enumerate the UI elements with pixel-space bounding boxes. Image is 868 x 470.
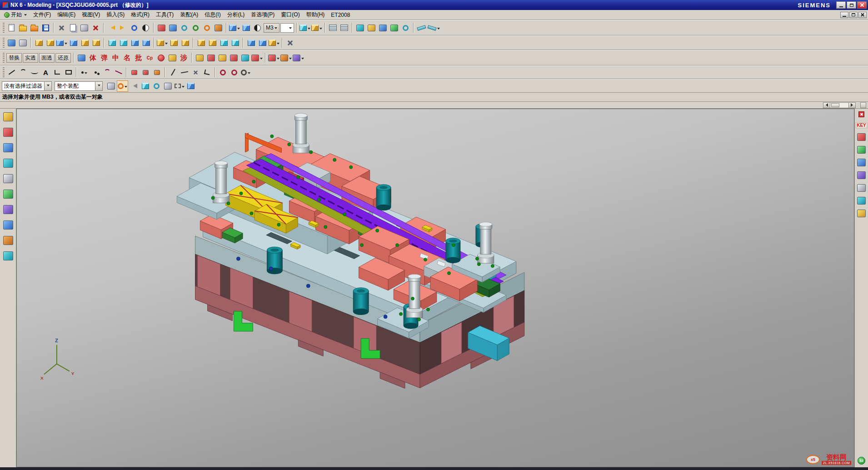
solid-translucency-button[interactable]: 实透	[23, 53, 38, 63]
checklist-icon[interactable]	[3, 190, 13, 199]
combo-arrow-button[interactable]	[95, 82, 102, 90]
child-minimize-button[interactable]	[840, 12, 848, 18]
hole-button[interactable]	[106, 37, 118, 49]
sketch-angle-button[interactable]	[201, 67, 213, 78]
pie-analysis-icon[interactable]	[3, 159, 13, 168]
find-button[interactable]	[140, 22, 151, 34]
datum-plane-button[interactable]	[17, 37, 29, 49]
image-tool-icon[interactable]	[3, 251, 13, 260]
tool-b-button[interactable]	[205, 52, 217, 64]
wireframe-button[interactable]	[76, 52, 87, 64]
sketch-line-button[interactable]	[167, 67, 179, 78]
sketch-button[interactable]	[6, 37, 17, 49]
undo-button[interactable]	[106, 22, 117, 34]
boss-button[interactable]	[118, 37, 129, 49]
selection-scope-combo[interactable]: 整个装配	[55, 81, 103, 91]
line-button[interactable]	[6, 67, 17, 78]
constraint-b-button[interactable]	[140, 67, 151, 78]
tool-e-button[interactable]	[239, 52, 251, 64]
toolbar-grip[interactable]	[3, 67, 5, 77]
part-navigator-icon[interactable]	[857, 159, 866, 166]
child-close-button[interactable]	[858, 12, 867, 18]
sketch-line2-button[interactable]	[179, 67, 190, 78]
background-selector[interactable]	[280, 23, 294, 33]
copy-button[interactable]	[67, 22, 79, 34]
render-style-button[interactable]	[252, 22, 263, 34]
batch-tool-button[interactable]: 批	[133, 52, 144, 64]
appearance-button[interactable]	[389, 22, 400, 34]
shell-button[interactable]	[218, 37, 229, 49]
history-icon[interactable]	[857, 197, 866, 205]
orient-view-button[interactable]	[229, 22, 240, 34]
menu-assemblies[interactable]: 装配(A)	[177, 10, 201, 20]
scroll-left-button[interactable]	[823, 102, 830, 108]
materials-icon[interactable]	[857, 210, 866, 217]
assembly-navigator-icon[interactable]	[857, 133, 866, 141]
zoom-in-button[interactable]	[190, 22, 201, 34]
scroll-track[interactable]	[830, 102, 848, 108]
zoom-button[interactable]	[179, 22, 190, 34]
cut-button[interactable]	[56, 22, 67, 34]
trim-body-button[interactable]	[268, 37, 280, 49]
measure-angle-button[interactable]	[427, 22, 440, 34]
tool-a-button[interactable]	[194, 52, 205, 64]
menu-preferences[interactable]: 首选项(P)	[248, 10, 278, 20]
list-view-icon[interactable]	[3, 220, 13, 230]
edit-object-button[interactable]	[311, 22, 323, 34]
sketch-cross-button[interactable]	[190, 67, 201, 78]
layer-tool-icon[interactable]	[3, 112, 13, 121]
body-display-button[interactable]: 体	[87, 52, 99, 64]
maximize-button[interactable]	[847, 1, 856, 9]
group-a-dropdown[interactable]	[268, 52, 280, 64]
mirror-curve-button[interactable]	[113, 67, 124, 78]
datum-display-button[interactable]	[354, 22, 366, 34]
toolbar-grip[interactable]	[3, 23, 5, 33]
resource-close-button[interactable]	[858, 111, 864, 117]
revolve-button[interactable]	[45, 37, 56, 49]
selection-filter-combo[interactable]: 没有选择过滤器	[2, 81, 52, 91]
menu-format[interactable]: 格式(R)	[128, 10, 153, 20]
menu-tools[interactable]: 工具(T)	[153, 10, 177, 20]
new-button[interactable]	[6, 22, 17, 34]
highlight-body-button[interactable]	[140, 80, 151, 92]
clock-icon[interactable]	[3, 174, 13, 183]
tool-d-button[interactable]	[228, 52, 239, 64]
group-b-dropdown[interactable]	[280, 52, 292, 64]
marquee-select-button[interactable]	[174, 80, 185, 92]
group-c-dropdown[interactable]	[292, 52, 304, 64]
delete-button[interactable]	[90, 22, 101, 34]
menu-information[interactable]: 信息(I)	[201, 10, 224, 20]
pocket-button[interactable]	[129, 37, 140, 49]
circle-button[interactable]	[217, 67, 229, 78]
constraint-a-button[interactable]	[129, 67, 140, 78]
snapshot-button[interactable]	[377, 22, 389, 34]
pin-tool-icon[interactable]	[3, 128, 13, 137]
unite-button[interactable]	[156, 37, 168, 49]
cp-tool-button[interactable]: Cp	[144, 52, 155, 64]
arc-button[interactable]	[17, 67, 29, 78]
subtract-button[interactable]	[168, 37, 180, 49]
layer-settings-button[interactable]	[327, 22, 339, 34]
paste-button[interactable]	[79, 22, 90, 34]
pad-button[interactable]	[140, 37, 152, 49]
app-icon[interactable]	[2, 2, 9, 8]
toolbar-grip[interactable]	[3, 53, 5, 63]
menu-edit[interactable]: 编辑(E)	[54, 10, 79, 20]
circle-menu-button[interactable]	[240, 67, 251, 78]
face-translucency-button[interactable]: 面透	[39, 53, 55, 63]
profile-button[interactable]	[51, 67, 63, 78]
inspect-button[interactable]	[400, 22, 411, 34]
point-set-button[interactable]	[90, 67, 101, 78]
menu-file[interactable]: 文件(F)	[30, 10, 54, 20]
m3-selector[interactable]: M3	[264, 23, 279, 33]
show-shaded-button[interactable]	[185, 80, 196, 92]
web-browser-icon[interactable]	[857, 184, 866, 192]
extrude-button[interactable]	[33, 37, 45, 49]
layer-visible-button[interactable]	[339, 22, 350, 34]
scroll-right-button[interactable]	[848, 102, 856, 108]
info-button[interactable]	[129, 22, 140, 34]
menu-help[interactable]: 帮助(H)	[303, 10, 328, 20]
constraint-c-button[interactable]	[151, 67, 163, 78]
constraint-navigator-icon[interactable]	[857, 146, 866, 154]
mirror-button[interactable]	[257, 37, 268, 49]
